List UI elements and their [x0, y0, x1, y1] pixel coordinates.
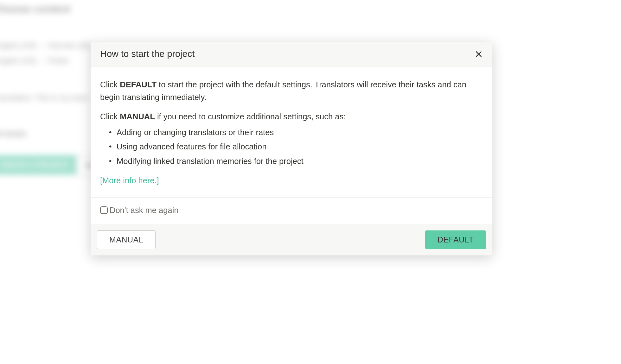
checkbox-section: Don't ask me again [91, 197, 492, 224]
para2-prefix: Click [100, 112, 120, 121]
manual-button[interactable]: MANUAL [97, 230, 156, 249]
list-item: Using advanced features for file allocat… [117, 141, 483, 153]
manual-bold: MANUAL [120, 112, 155, 121]
dont-ask-label: Don't ask me again [110, 206, 179, 215]
dont-ask-checkbox-wrap[interactable]: Don't ask me again [100, 206, 179, 215]
default-paragraph: Click DEFAULT to start the project with … [100, 78, 483, 104]
modal-title: How to start the project [100, 49, 195, 59]
modal-footer: MANUAL DEFAULT [91, 224, 492, 255]
list-item: Modifying linked translation memories fo… [117, 155, 483, 168]
para1-prefix: Click [100, 80, 120, 89]
close-button[interactable] [474, 49, 483, 59]
close-icon [475, 51, 482, 58]
list-item: Adding or changing translators or their … [117, 126, 483, 139]
modal-overlay: How to start the project Click DEFAULT t… [0, 0, 621, 364]
para2-suffix: if you need to customize additional sett… [155, 112, 346, 121]
modal-body: Click DEFAULT to start the project with … [91, 66, 492, 197]
default-bold: DEFAULT [120, 80, 157, 89]
more-info-link[interactable]: [More info here.] [100, 176, 159, 185]
modal-header: How to start the project [91, 42, 492, 66]
manual-options-list: Adding or changing translators or their … [100, 126, 483, 168]
manual-paragraph: Click MANUAL if you need to customize ad… [100, 110, 483, 123]
dont-ask-checkbox[interactable] [100, 206, 108, 214]
default-button[interactable]: DEFAULT [425, 230, 486, 249]
start-project-modal: How to start the project Click DEFAULT t… [91, 42, 492, 255]
